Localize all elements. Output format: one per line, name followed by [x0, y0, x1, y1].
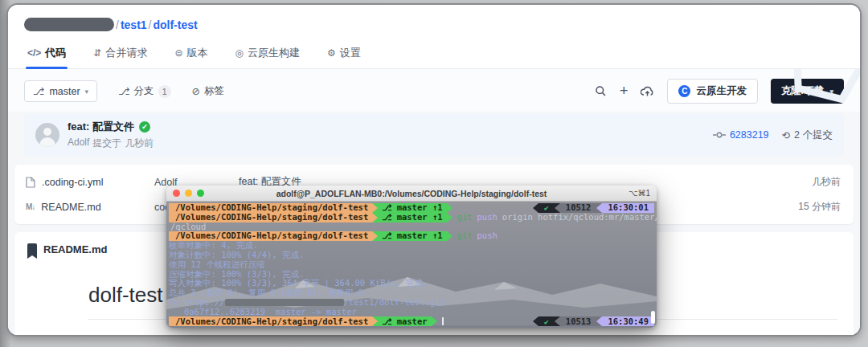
latest-commit-banner: feat: 配置文件 ✔ Adolf 提交于 几秒前 6283219 ⟲ 2 个… — [24, 113, 844, 157]
file-name[interactable]: README.md — [41, 202, 100, 213]
terminal-scrollbar-thumb[interactable] — [651, 311, 655, 324]
redacted-host — [225, 299, 344, 306]
tags-link[interactable]: ⊘ 标签 — [192, 84, 224, 98]
repo-header: / test1 / dolf-test </> 代码 ⇵ 合并请求 ⊜ 版本 ◎… — [8, 5, 860, 69]
branches-link[interactable]: ⎇ 分支 1 — [118, 84, 170, 98]
clone-download-button[interactable]: 克隆/下载 ▾ — [771, 79, 844, 104]
release-icon: ⊜ — [174, 47, 182, 59]
readme-filename: README.md — [43, 243, 107, 255]
avatar — [35, 123, 59, 147]
prompt-branch-segment: ⎇ master ↑1 — [378, 231, 446, 241]
commit-author: Adolf — [68, 137, 89, 150]
command-subcommand: push — [477, 231, 497, 241]
gear-icon: ⚙ — [327, 47, 336, 59]
commit-time: 几秒前 — [125, 137, 154, 150]
tab-label: 版本 — [186, 46, 207, 60]
branch-selector-value: master — [49, 86, 80, 97]
file-commit-time: 15 分钟前 — [728, 200, 841, 214]
tab-label: 合并请求 — [105, 46, 147, 60]
branches-label: 分支 — [134, 84, 154, 98]
prompt-branch-segment: ⎇ master — [378, 316, 431, 326]
tab-merge-requests[interactable]: ⇵ 合并请求 — [92, 39, 149, 68]
ci-success-check-icon[interactable]: ✔ — [139, 121, 150, 133]
code-icon: </> — [27, 47, 41, 59]
commit-hash-link[interactable]: 6283219 — [713, 129, 769, 141]
status-time: 16:30:49 — [602, 316, 654, 326]
branch-icon: ⎇ — [118, 85, 129, 97]
commit-action: 提交于 — [92, 137, 121, 150]
tab-cloud-native-build[interactable]: ◎ 云原生构建 — [233, 39, 301, 68]
repo-toolbar: ⎇ master ▾ ⎇ 分支 1 ⊘ 标签 + — [8, 69, 860, 112]
cloud-native-dev-button[interactable]: C 云原生开发 — [667, 79, 758, 104]
commit-info: feat: 配置文件 ✔ Adolf 提交于 几秒前 — [68, 120, 154, 150]
markdown-file-icon: M↓ — [26, 202, 35, 211]
commit-icon — [713, 131, 726, 139]
push-destination-prefix: To https:// — [169, 298, 225, 308]
terminal-output-line: 0a67f12..6283219 master -> master — [169, 308, 654, 317]
breadcrumb-repo-link[interactable]: dolf-test — [153, 18, 197, 31]
push-destination-suffix: /test1/dolf-test.git — [344, 298, 445, 308]
history-icon: ⟲ — [782, 129, 790, 141]
file-commit-time: 几秒前 — [728, 175, 841, 189]
tags-label: 标签 — [204, 84, 224, 98]
readme-book-icon — [27, 243, 37, 255]
breadcrumb-project-link[interactable]: test1 — [121, 18, 147, 31]
close-icon[interactable] — [173, 190, 180, 197]
prompt-branch-segment: ⎇ master ↑1 — [378, 213, 446, 222]
cloud-native-dev-label: 云原生开发 — [696, 84, 747, 98]
search-icon[interactable] — [595, 85, 607, 97]
commit-count-link[interactable]: ⟲ 2 个提交 — [782, 129, 833, 142]
minimize-icon[interactable] — [185, 190, 192, 197]
breadcrumb-team-redacted[interactable] — [24, 18, 114, 31]
prompt-path-segment: /Volumes/CODING-Help/staging/dolf-test — [169, 213, 372, 222]
terminal-body[interactable]: /Volumes/CODING-Help/staging/dolf-test⎇ … — [166, 202, 657, 328]
terminal-window[interactable]: adolf@P_ADOLFLAN-MB0:/Volumes/CODING-Hel… — [166, 186, 657, 328]
terminal-line: /Volumes/CODING-Help/staging/dolf-test⎇ … — [169, 317, 654, 327]
tab-releases[interactable]: ⊜ 版本 — [173, 39, 209, 68]
repo-tabs: </> 代码 ⇵ 合并请求 ⊜ 版本 ◎ 云原生构建 ⚙ 设置 — [8, 39, 860, 69]
branches-count-badge: 1 — [158, 85, 171, 98]
plus-icon[interactable]: + — [620, 83, 628, 100]
command-git: git — [457, 231, 473, 241]
command-subcommand: push — [477, 213, 497, 222]
terminal-output-line: 使用 12 个线程进行压缩 — [169, 260, 654, 270]
command-args: origin hotfix/qcloud:mr/master/hotfix — [502, 213, 657, 222]
file-icon — [26, 177, 35, 188]
cloud-native-build-icon: ◎ — [235, 47, 243, 59]
terminal-shortcut-badge: ⌥⌘1 — [628, 189, 650, 198]
prompt-right-status: ✔1051316:30:49 — [533, 316, 654, 326]
terminal-titlebar: adolf@P_ADOLFLAN-MB0:/Volumes/CODING-Hel… — [166, 186, 657, 202]
breadcrumb: / test1 / dolf-test — [8, 5, 860, 39]
commit-hash: 6283219 — [730, 129, 769, 141]
tab-label: 设置 — [340, 46, 361, 60]
terminal-title: adolf@P_ADOLFLAN-MB0:/Volumes/CODING-Hel… — [166, 189, 657, 198]
prompt-path-segment: /Volumes/CODING-Help/staging/dolf-test — [169, 316, 372, 326]
chevron-down-icon: ▾ — [829, 88, 833, 96]
tab-label: 云原生构建 — [248, 46, 300, 60]
tab-settings[interactable]: ⚙ 设置 — [326, 39, 362, 68]
command-git: git — [457, 213, 473, 222]
breadcrumb-separator: / — [116, 18, 119, 31]
commit-count-label: 2 个提交 — [794, 129, 833, 142]
branch-selector[interactable]: ⎇ master ▾ — [24, 80, 97, 102]
cloud-native-dev-logo-icon: C — [678, 85, 690, 97]
commit-meta: Adolf 提交于 几秒前 — [68, 137, 154, 150]
cloud-upload-icon[interactable] — [641, 86, 654, 97]
tab-code[interactable]: </> 代码 — [26, 39, 68, 68]
toolbar-actions: + C 云原生开发 克隆/下载 ▾ — [595, 79, 844, 104]
file-name[interactable]: .coding-ci.yml — [42, 177, 103, 188]
window-controls — [173, 190, 204, 197]
breadcrumb-separator: / — [149, 18, 152, 31]
terminal-output-line: To https:///test1/dolf-test.git — [169, 298, 654, 308]
status-counter: 10513 — [560, 316, 597, 326]
commit-links: 6283219 ⟲ 2 个提交 — [713, 129, 833, 142]
clone-download-label: 克隆/下载 — [781, 84, 824, 98]
tag-icon: ⊘ — [192, 85, 200, 97]
terminal-output-line: 对象计数中: 100% (4/4), 完成. — [169, 251, 654, 260]
merge-icon: ⇵ — [93, 47, 101, 59]
maximize-icon[interactable] — [197, 190, 204, 197]
commit-message-link[interactable]: feat: 配置文件 — [68, 120, 134, 134]
chevron-down-icon: ▾ — [85, 88, 89, 96]
status-ok-icon: ✔ — [538, 316, 555, 326]
tab-label: 代码 — [45, 46, 66, 60]
